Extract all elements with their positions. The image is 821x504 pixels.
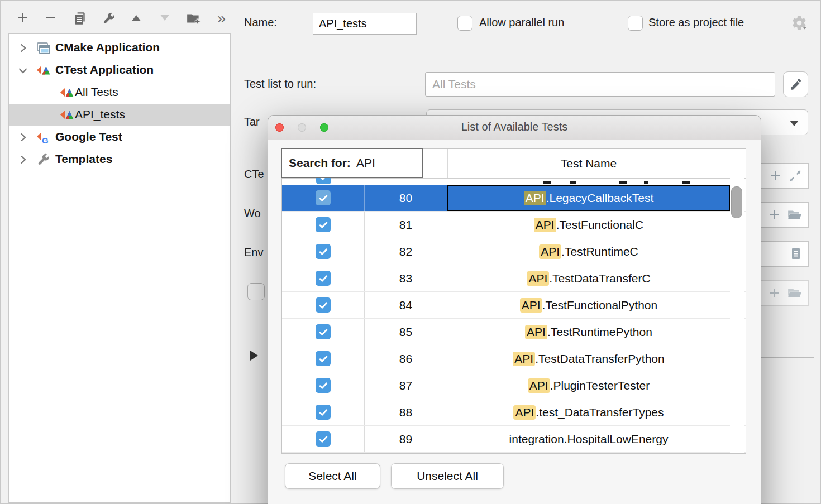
test-checkbox[interactable] — [316, 405, 331, 420]
test-checkbox-cell — [282, 399, 365, 425]
tree-item-templates[interactable]: Templates — [9, 148, 230, 171]
more-button[interactable]: » — [217, 11, 233, 27]
test-name-cell[interactable]: API.TestRuntimePython — [447, 319, 730, 345]
test-name-column-header: Test Name — [447, 149, 730, 178]
edit-defaults-button[interactable] — [101, 11, 117, 27]
test-checkbox[interactable] — [316, 271, 331, 286]
wrench-gray-icon — [36, 152, 51, 167]
test-checkbox-cell — [282, 292, 365, 318]
test-name-cell[interactable]: API.TestDataTransferPython — [447, 345, 730, 372]
dialog-titlebar[interactable]: List of Available Tests — [268, 116, 761, 140]
new-folder-button[interactable] — [186, 11, 202, 27]
edit-test-list-button[interactable] — [783, 71, 808, 97]
search-for-value: API — [356, 156, 375, 170]
add-configuration-button[interactable] — [16, 11, 31, 27]
test-checkbox-cell — [282, 238, 365, 265]
test-row-80[interactable]: 80API.LegacyCallbackTest — [282, 185, 746, 212]
test-row-85[interactable]: 85API.TestRuntimePython — [282, 319, 746, 345]
folder-open-icon — [787, 208, 803, 222]
chevron-down-icon[interactable] — [17, 65, 28, 76]
name-label: Name: — [244, 16, 277, 29]
test-row-87[interactable]: 87API.PluginTesterTester — [282, 372, 746, 399]
test-checkbox-cell — [282, 319, 365, 345]
scrollbar-thumb[interactable] — [731, 186, 742, 218]
test-row-81[interactable]: 81API.TestFunctionalC — [282, 212, 746, 238]
test-name-cell[interactable]: integration.HospitalLowEnergy — [447, 426, 730, 452]
list-of-available-tests-dialog: List of Available Tests Search for: API … — [268, 116, 761, 504]
test-row-82[interactable]: 82API.TestRuntimeC — [282, 238, 746, 265]
test-name-cell[interactable]: API.LegacyCallbackTest — [447, 185, 730, 211]
tree-item-label: Google Test — [55, 130, 122, 143]
allow-parallel-checkbox[interactable] — [457, 16, 472, 31]
test-name-cell[interactable]: API.TestFunctionalPython — [447, 292, 730, 318]
hidden-option-checkbox[interactable] — [247, 283, 265, 300]
test-number-cell[interactable]: 87 — [365, 372, 447, 399]
tree-item-label: Templates — [55, 152, 112, 166]
test-number-cell[interactable]: 89 — [365, 426, 447, 452]
test-name-cell[interactable]: API.TestRuntimeC — [447, 238, 730, 265]
chevron-right-icon[interactable] — [17, 154, 28, 165]
remove-configuration-button[interactable] — [44, 11, 60, 27]
test-row-86[interactable]: 86API.TestDataTransferPython — [282, 345, 746, 372]
folder-open-icon — [787, 286, 803, 300]
test-checkbox-cell — [282, 212, 365, 238]
tree-item-cmake-application[interactable]: CMake Application — [9, 37, 230, 59]
test-name-cell[interactable]: API.test_DataTransferTypes — [447, 399, 730, 425]
test-checkbox[interactable] — [316, 378, 331, 393]
test-number-cell[interactable]: 82 — [365, 238, 447, 265]
test-number-cell[interactable]: 81 — [365, 212, 447, 238]
test-name-cell[interactable]: API.TestFunctionalC — [447, 212, 730, 238]
search-for-box[interactable]: Search for: API — [281, 148, 423, 178]
ctest-icon — [36, 63, 51, 78]
test-checkbox[interactable] — [316, 244, 331, 259]
tree-item-label: CMake Application — [55, 41, 160, 54]
partial-checkbox — [316, 178, 331, 184]
ctest-icon — [59, 108, 74, 123]
test-name-text: .TestFunctionalC — [556, 218, 643, 232]
test-name-cell[interactable]: API.PluginTesterTester — [447, 372, 730, 399]
test-row-89[interactable]: 89integration.HospitalLowEnergy — [282, 426, 746, 453]
test-row-84[interactable]: 84API.TestFunctionalPython — [282, 292, 746, 319]
select-all-button[interactable]: Select All — [285, 463, 380, 489]
unselect-all-button[interactable]: Unselect All — [391, 463, 504, 489]
name-input[interactable] — [313, 13, 417, 35]
tree-item-label: API_tests — [75, 108, 125, 121]
test-name-cell[interactable]: API.TestDataTransferC — [447, 265, 730, 291]
expand-section-arrow-icon[interactable] — [250, 351, 258, 361]
test-number-cell[interactable]: 85 — [365, 319, 447, 345]
test-row-88[interactable]: 88API.test_DataTransferTypes — [282, 399, 746, 426]
test-checkbox[interactable] — [316, 351, 331, 366]
run-config-toolbar: » — [0, 8, 231, 30]
tree-item-all-tests[interactable]: All Tests — [9, 81, 230, 104]
tree-item-ctest-application[interactable]: CTest Application — [9, 59, 230, 81]
test-checkbox[interactable] — [316, 190, 331, 205]
test-list-label: Test list to run: — [244, 78, 316, 90]
store-project-checkbox[interactable] — [628, 16, 643, 31]
gear-icon[interactable] — [791, 15, 809, 32]
test-checkbox[interactable] — [316, 297, 331, 313]
tree-item-google-test[interactable]: GGoogle Test — [9, 126, 230, 148]
tree-item-label: All Tests — [75, 85, 118, 99]
test-number-cell[interactable]: 83 — [365, 265, 447, 291]
configurations-tree: CMake ApplicationCTest ApplicationAll Te… — [8, 33, 231, 503]
test-checkbox-cell — [282, 426, 365, 452]
test-checkbox[interactable] — [316, 324, 331, 339]
move-up-button[interactable] — [130, 11, 145, 27]
test-number-cell[interactable]: 86 — [365, 345, 447, 372]
test-checkbox-cell — [282, 345, 365, 372]
copy-configuration-button[interactable] — [73, 11, 88, 27]
test-row-83[interactable]: 83API.TestDataTransferC — [282, 265, 746, 292]
test-number-cell[interactable]: 80 — [365, 185, 447, 211]
test-number-cell[interactable]: 84 — [365, 292, 447, 318]
search-match-highlight: API — [520, 298, 542, 313]
test-number-cell[interactable]: 88 — [365, 399, 447, 425]
search-match-highlight: API — [524, 191, 546, 205]
tree-item-api-tests[interactable]: API_tests — [9, 104, 230, 126]
test-checkbox[interactable] — [316, 431, 331, 447]
chevron-right-icon[interactable] — [17, 132, 28, 143]
test-checkbox-cell — [282, 265, 365, 291]
chevron-right-icon[interactable] — [17, 42, 28, 54]
test-checkbox[interactable] — [316, 217, 331, 232]
test-list-input[interactable] — [425, 72, 775, 97]
ctest-label-partial: CTe — [244, 168, 264, 181]
